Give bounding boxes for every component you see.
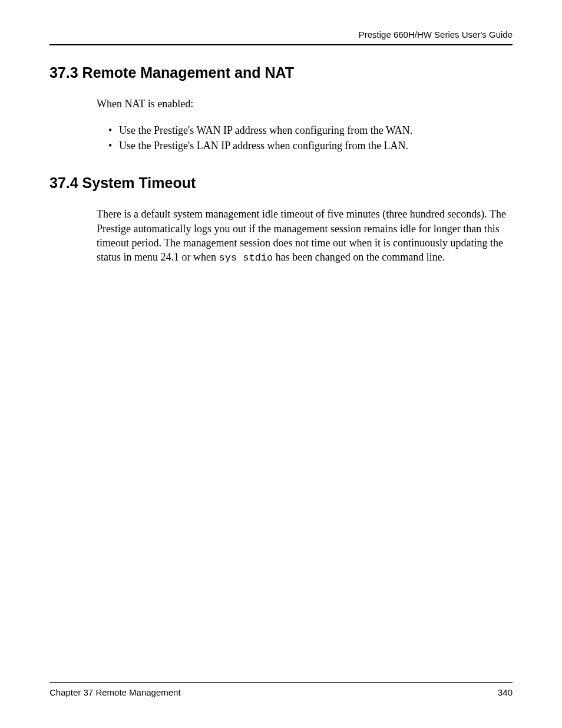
paragraph-text-post: has been changed on the command line. [273, 251, 445, 263]
guide-title: Prestige 660H/HW Series User's Guide [359, 29, 513, 39]
page-header: Prestige 660H/HW Series User's Guide [49, 29, 513, 45]
list-item: Use the Prestige's WAN IP address when c… [108, 123, 513, 138]
section-37-3-bullets: Use the Prestige's WAN IP address when c… [108, 123, 513, 153]
section-heading-37-3: 37.3 Remote Management and NAT [49, 64, 513, 81]
section-37-4-paragraph: There is a default system management idl… [97, 207, 513, 265]
page-footer: Chapter 37 Remote Management 340 [49, 682, 513, 697]
footer-page-number: 340 [498, 687, 513, 697]
list-item: Use the Prestige's LAN IP address when c… [108, 138, 513, 153]
section-heading-37-4: 37.4 System Timeout [49, 174, 513, 192]
section-37-3-intro: When NAT is enabled: [97, 97, 513, 111]
page: Prestige 660H/HW Series User's Guide 37.… [0, 0, 562, 728]
footer-chapter: Chapter 37 Remote Management [49, 687, 181, 697]
inline-code: sys stdio [219, 252, 273, 263]
